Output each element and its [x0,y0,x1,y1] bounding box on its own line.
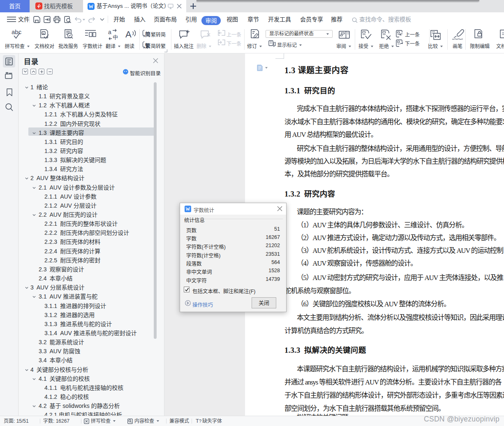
svg-text:a: a [108,29,111,35]
svg-text:中: 中 [113,34,118,40]
svg-text:a-: a- [42,32,45,35]
svg-text:abc: abc [12,28,22,35]
svg-text:A: A [125,29,132,39]
